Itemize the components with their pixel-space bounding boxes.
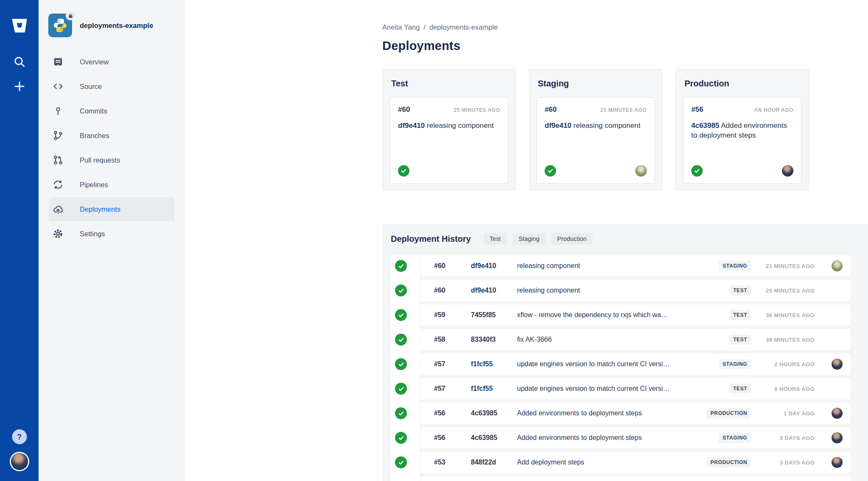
nav-item-highlight bbox=[49, 173, 175, 196]
breadcrumb-separator: / bbox=[423, 23, 426, 31]
commit-hash[interactable]: f1fcf55 bbox=[471, 385, 517, 393]
sidebar-item-label: Pipelines bbox=[80, 181, 108, 189]
breadcrumb-owner-link[interactable]: Aneita Yang bbox=[382, 23, 420, 31]
deployment-number[interactable]: #60 bbox=[434, 287, 471, 294]
commit-hash[interactable]: f1fcf55 bbox=[471, 360, 517, 368]
commit-message: fix AK-3666 bbox=[517, 336, 677, 343]
commits-icon bbox=[53, 105, 64, 116]
table-row[interactable]: #57 f1fcf55 update engines version to ma… bbox=[420, 354, 850, 375]
environment-deployment-card[interactable]: #56 AN HOUR AGO 4c63985 Added environmen… bbox=[683, 97, 801, 184]
deployer-avatar[interactable] bbox=[635, 165, 647, 177]
sidebar-item-deployments[interactable]: Deployments bbox=[39, 197, 185, 221]
commit-message: Add deployment steps bbox=[517, 459, 677, 466]
environment-card-staging: Staging #60 21 MINUTES AGO df9e410 relea… bbox=[529, 69, 662, 191]
success-status-icon bbox=[395, 432, 407, 444]
sidebar-item-pipelines[interactable]: Pipelines bbox=[39, 172, 185, 197]
commit-hash: 4c63985 bbox=[691, 122, 719, 130]
nav-item-highlight bbox=[49, 75, 175, 98]
deployment-number[interactable]: #56 bbox=[434, 409, 471, 417]
nav-item-highlight bbox=[49, 222, 175, 246]
deployments-icon bbox=[53, 204, 64, 215]
commit-hash[interactable]: 4c63985 bbox=[471, 409, 517, 417]
table-row[interactable]: #53 848f22d Add deployment steps PRODUCT… bbox=[420, 452, 850, 473]
deployment-number[interactable]: #58 bbox=[434, 336, 471, 343]
deployment-time: 1 DAY AGO bbox=[751, 410, 815, 417]
commit-message: 4c63985 Added environments to deployment… bbox=[691, 121, 793, 141]
pull-requests-icon bbox=[53, 155, 64, 166]
deployment-number: #60 bbox=[545, 105, 556, 114]
deployment-number: #56 bbox=[691, 105, 703, 114]
repo-nav: Overview Source Commits Branches Pull re… bbox=[39, 50, 185, 246]
deployment-time: 3 DAYS AGO bbox=[751, 435, 815, 441]
deployer-avatar[interactable] bbox=[832, 260, 843, 271]
environment-card-test: Test #60 25 MINUTES AGO df9e410 releasin… bbox=[382, 69, 516, 191]
table-row[interactable]: #57 f1fcf55 update engines version to ma… bbox=[420, 378, 850, 399]
deployment-number[interactable]: #60 bbox=[434, 262, 471, 270]
success-status-icon bbox=[395, 285, 407, 296]
filter-chip-test[interactable]: Test bbox=[484, 233, 507, 245]
deployment-number[interactable]: #53 bbox=[434, 459, 471, 466]
commit-hash[interactable]: 7455f85 bbox=[471, 311, 517, 319]
user-avatar[interactable] bbox=[11, 453, 28, 470]
sidebar-item-label: Pull requests bbox=[80, 156, 120, 164]
environment-badge: STAGING bbox=[719, 433, 751, 443]
commit-hash[interactable]: 83340f3 bbox=[471, 336, 517, 343]
filter-chip-production[interactable]: Production bbox=[551, 233, 593, 245]
table-row[interactable]: #56 4c63985 Added environments to deploy… bbox=[420, 403, 850, 424]
pipelines-icon bbox=[53, 179, 64, 190]
sidebar-item-branches[interactable]: Branches bbox=[39, 123, 185, 148]
environment-deployment-card[interactable]: #60 25 MINUTES AGO df9e410 releasing com… bbox=[390, 97, 508, 184]
sidebar-item-settings[interactable]: Settings bbox=[39, 221, 185, 246]
breadcrumb-repo-link[interactable]: deployments-example bbox=[429, 23, 498, 31]
deployer-avatar[interactable] bbox=[832, 359, 843, 370]
bitbucket-logo[interactable] bbox=[10, 16, 29, 35]
environment-badge: TEST bbox=[729, 334, 751, 345]
deployment-time: 36 MINUTES AGO bbox=[751, 312, 815, 318]
sidebar-item-pull-requests[interactable]: Pull requests bbox=[39, 148, 185, 172]
table-row[interactable]: #59 7455f85 xflow - remove the dependenc… bbox=[420, 304, 850, 326]
nav-item-highlight bbox=[49, 124, 175, 147]
commit-hash[interactable]: 848f22d bbox=[471, 459, 517, 466]
environment-badge: TEST bbox=[729, 285, 751, 296]
repo-avatar-python[interactable] bbox=[48, 14, 72, 37]
help-icon[interactable]: ? bbox=[12, 429, 27, 444]
commit-hash[interactable]: df9e410 bbox=[471, 262, 517, 270]
create-icon[interactable] bbox=[12, 79, 27, 94]
sidebar-item-overview[interactable]: Overview bbox=[39, 50, 185, 74]
commit-message: releasing component bbox=[517, 262, 677, 270]
deployment-time: 3 DAYS AGO bbox=[751, 459, 815, 466]
overview-icon bbox=[53, 56, 64, 67]
commit-message-text: releasing component bbox=[573, 122, 640, 130]
deployer-avatar[interactable] bbox=[832, 457, 843, 468]
commit-hash[interactable]: df9e410 bbox=[471, 287, 517, 294]
commit-message: update engines version to match current … bbox=[517, 385, 677, 393]
deployment-number[interactable]: #57 bbox=[434, 360, 471, 368]
filter-chip-staging[interactable]: Staging bbox=[513, 233, 545, 245]
repo-title[interactable]: deployments-example bbox=[80, 22, 153, 30]
table-row[interactable]: #60 df9e410 releasing component TEST 25 … bbox=[420, 280, 850, 301]
success-status-icon bbox=[691, 165, 703, 177]
sidebar-item-commits[interactable]: Commits bbox=[39, 99, 185, 123]
commit-hash[interactable]: 4c63985 bbox=[471, 434, 517, 442]
lock-icon bbox=[66, 11, 75, 20]
deployer-avatar[interactable] bbox=[832, 408, 843, 419]
deployment-number[interactable]: #59 bbox=[434, 311, 471, 319]
deployment-time: AN HOUR AGO bbox=[754, 107, 793, 113]
table-row[interactable]: #60 df9e410 releasing component STAGING … bbox=[420, 255, 850, 276]
deployment-number[interactable]: #56 bbox=[434, 434, 471, 442]
search-icon[interactable] bbox=[12, 54, 27, 69]
commit-message: releasing component bbox=[517, 287, 677, 294]
deployer-avatar[interactable] bbox=[832, 432, 843, 443]
sidebar-item-source[interactable]: Source bbox=[39, 74, 185, 99]
deployment-history-table: #60 df9e410 releasing component STAGING … bbox=[391, 255, 850, 481]
sidebar-item-label: Source bbox=[80, 83, 102, 91]
table-row[interactable]: #58 83340f3 fix AK-3666 TEST 39 MINUTES … bbox=[420, 329, 850, 350]
table-row[interactable]: #56 4c63985 Added environments to deploy… bbox=[420, 427, 850, 448]
deployer-avatar[interactable] bbox=[782, 165, 793, 177]
settings-icon bbox=[53, 228, 64, 239]
commit-hash: df9e410 bbox=[545, 122, 571, 130]
success-status-icon bbox=[545, 165, 556, 177]
environment-deployment-card[interactable]: #60 21 MINUTES AGO df9e410 releasing com… bbox=[537, 97, 655, 184]
deployment-number[interactable]: #57 bbox=[434, 385, 471, 393]
main-content: Aneita Yang/deployments-example Deployme… bbox=[185, 0, 868, 481]
